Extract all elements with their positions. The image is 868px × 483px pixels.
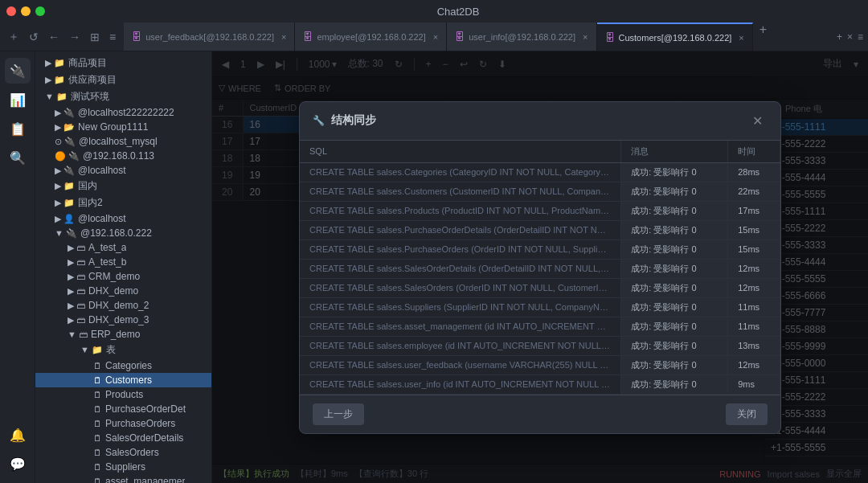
tree-item-tables[interactable]: ▼ 📁 表: [35, 342, 211, 358]
tree-item-localhost[interactable]: ▶ 🔌 @localhost: [35, 163, 211, 178]
tree-item-test-env[interactable]: ▼ 📁 测试环境: [35, 88, 211, 105]
time-col-header: 时间: [728, 141, 780, 163]
chart-icon[interactable]: 📊: [5, 87, 31, 113]
cell-time: 17ms: [728, 201, 780, 220]
table-icon: 🗒: [93, 462, 102, 472]
tree-item-customers[interactable]: 🗒 Customers: [35, 373, 211, 387]
back-icon[interactable]: ←: [45, 29, 63, 45]
prev-step-button[interactable]: 上一步: [313, 403, 364, 425]
close-button[interactable]: [6, 6, 16, 16]
cell-msg: 成功: 受影响行 0: [621, 201, 728, 220]
modal-title: 结构同步: [331, 113, 747, 128]
add-tab-button[interactable]: +: [753, 23, 773, 51]
modal-header: 🔧 结构同步 ✕: [300, 102, 780, 141]
tree-item-categories[interactable]: 🗒 Categories: [35, 358, 211, 373]
cell-msg: 成功: 受影响行 0: [621, 375, 728, 394]
table-icon: 🗒: [93, 433, 102, 443]
cell-msg: 成功: 受影响行 0: [621, 182, 728, 201]
cell-time: 12ms: [728, 259, 780, 278]
cell-msg: 成功: 受影响行 0: [621, 355, 728, 375]
group-icon: ▶ 📂: [55, 122, 75, 133]
cell-msg: 成功: 受影响行 0: [621, 278, 728, 297]
tree-item-localhost2[interactable]: ▶ 👤 @localhost: [35, 211, 211, 226]
refresh-icon[interactable]: ↺: [26, 29, 42, 45]
tabbar-left-actions: ＋ ↺ ← → ⊞ ≡: [0, 28, 124, 46]
tree-item-suppliers-table[interactable]: 🗒 Suppliers: [35, 460, 211, 474]
tree-item-purchase-detail[interactable]: 🗒 PurchaseOrderDet: [35, 402, 211, 416]
tab-close-icon[interactable]: ×: [433, 32, 438, 42]
cell-sql: CREATE TABLE salses.SalesOrders (OrderID…: [300, 278, 621, 297]
close-panel-icon[interactable]: ×: [847, 31, 853, 43]
grid-icon[interactable]: ⊞: [87, 29, 103, 45]
tree-item-192-0-113[interactable]: 🟠 🔌 @192.168.0.113: [35, 149, 211, 163]
clipboard-icon[interactable]: 📋: [5, 116, 31, 141]
tree-item-atest-b[interactable]: ▶ 🗃 A_test_b: [35, 255, 211, 269]
tab-close-icon[interactable]: ×: [739, 33, 743, 43]
tree-item-domestic[interactable]: ▶ 📁 国内: [35, 178, 211, 194]
cell-msg: 成功: 受影响行 0: [621, 317, 728, 336]
traffic-lights: [6, 6, 45, 16]
close-modal-button[interactable]: 关闭: [726, 403, 768, 425]
cell-msg: 成功: 受影响行 0: [621, 297, 728, 317]
tree-item-purchase-orders[interactable]: 🗒 PurchaseOrders: [35, 416, 211, 431]
tab-user-info[interactable]: 🗄 user_info[@192.168.0.222] ×: [447, 23, 596, 51]
tree-item-suppliers[interactable]: ▶ 📁 供应商项目: [35, 72, 211, 88]
table-icon: 🗄: [605, 32, 615, 43]
tree-item-asset[interactable]: 🗒 asset_managemer: [35, 474, 211, 483]
cell-msg: 成功: 受影响行 0: [621, 336, 728, 355]
cell-sql: CREATE TABLE salses.Suppliers (SupplierI…: [300, 297, 621, 317]
tab-close-icon[interactable]: ×: [583, 32, 588, 42]
tree-item-products-table[interactable]: 🗒 Products: [35, 387, 211, 402]
tree-item-localhost222[interactable]: ▶ 🔌 @localhost222222222: [35, 105, 211, 120]
tree-item-atest-a[interactable]: ▶ 🗃 A_test_a: [35, 240, 211, 255]
tree-item-sales-order-details[interactable]: 🗒 SalesOrderDetails: [35, 431, 211, 445]
tree-item-192-0-222[interactable]: ▼ 🔌 @192.168.0.222: [35, 226, 211, 240]
cell-sql: CREATE TABLE salses.Categories (Category…: [300, 162, 621, 182]
tree-item-localhost-mysql[interactable]: ⊙ 🔌 @localhost_mysql: [35, 134, 211, 149]
new-connection-icon[interactable]: ＋: [5, 28, 23, 46]
chat-icon[interactable]: 💬: [5, 451, 31, 477]
table-icon: 🗒: [93, 448, 102, 457]
cell-time: 13ms: [728, 336, 780, 355]
sync-table-row: CREATE TABLE salses.Customers (CustomerI…: [300, 182, 780, 201]
modal-close-button[interactable]: ✕: [747, 112, 768, 130]
tree-item-domestic2[interactable]: ▶ 📁 国内2: [35, 194, 211, 211]
minimize-button[interactable]: [21, 6, 31, 16]
new-tab-icon[interactable]: +: [837, 31, 842, 43]
cell-time: 12ms: [728, 355, 780, 375]
db-icon: ▶ 🔌: [55, 166, 75, 176]
table-icon: 🗒: [93, 361, 102, 370]
db-open-icon: ▼ 🔌: [55, 228, 77, 239]
tab-employee[interactable]: 🗄 employee[@192.168.0.222] ×: [295, 23, 447, 51]
bell-icon[interactable]: 🔔: [5, 422, 31, 448]
tab-close-icon[interactable]: ×: [281, 32, 286, 42]
tab-customers[interactable]: 🗄 Customers[@192.168.0.222] ×: [597, 23, 753, 51]
menu-icon[interactable]: ≡: [106, 29, 119, 45]
schema-icon: ▶ 🗃: [68, 315, 85, 325]
db-icon: ⊙ 🔌: [55, 137, 76, 147]
icon-sidebar: 🔌 📊 📋 🔍 🔔 💬: [0, 51, 35, 483]
panel-menu-icon[interactable]: ≡: [858, 31, 863, 43]
tree-item-new-group[interactable]: ▶ 📂 New Group1111: [35, 120, 211, 134]
table-icon: 🗒: [93, 404, 102, 414]
tree-item-erp[interactable]: ▼ 🗃 ERP_demo: [35, 327, 211, 342]
schema-icon: ▶ 🗃: [68, 286, 85, 297]
titlebar: Chat2DB: [0, 0, 868, 23]
cell-time: 11ms: [728, 317, 780, 336]
schema-open-icon: ▼ 🗃: [68, 330, 88, 339]
tree-item-crm[interactable]: ▶ 🗃 CRM_demo: [35, 269, 211, 284]
tree-item-products[interactable]: ▶ 📁 商品项目: [35, 55, 211, 72]
sync-table-row: CREATE TABLE salses.SalesOrderDetails (O…: [300, 259, 780, 278]
tree-item-dhx2[interactable]: ▶ 🗃 DHX_demo_2: [35, 298, 211, 313]
tree-item-dhx[interactable]: ▶ 🗃 DHX_demo: [35, 284, 211, 298]
table-icon: 🗒: [93, 390, 102, 399]
forward-icon[interactable]: →: [66, 29, 84, 45]
cell-sql: CREATE TABLE salses.PurchaseOrderDetails…: [300, 220, 621, 239]
maximize-button[interactable]: [35, 6, 45, 16]
tree-item-sales-orders[interactable]: 🗒 SalesOrders: [35, 445, 211, 460]
tree-item-dhx3[interactable]: ▶ 🗃 DHX_demo_3: [35, 313, 211, 327]
sync-table-row: CREATE TABLE salses.Suppliers (SupplierI…: [300, 297, 780, 317]
tab-user-feedback[interactable]: 🗄 user_feedback[@192.168.0.222] ×: [124, 23, 295, 51]
search-sidebar-icon[interactable]: 🔍: [5, 145, 31, 170]
database-icon[interactable]: 🔌: [5, 58, 31, 84]
